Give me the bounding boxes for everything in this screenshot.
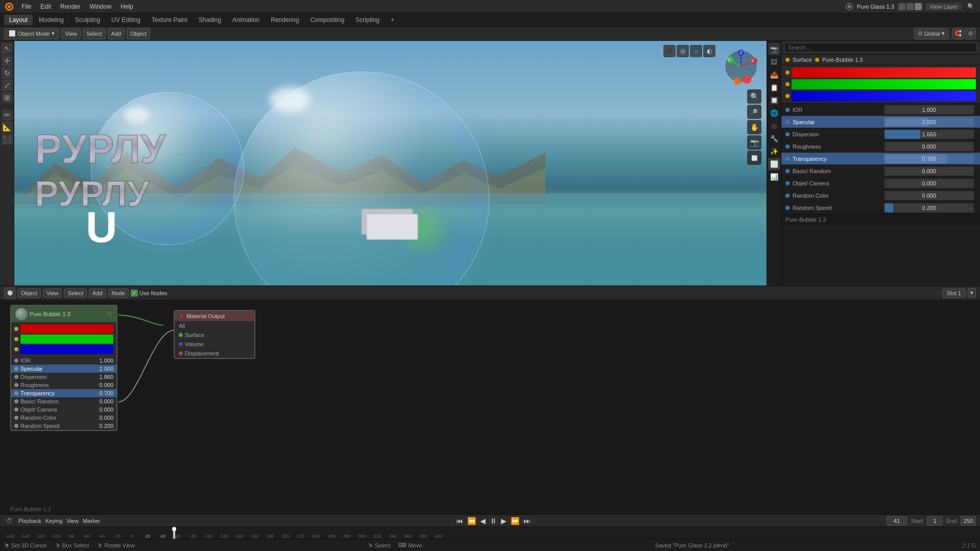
node-basic-random-row[interactable]: Basic/ Random 0.000 (11, 397, 116, 405)
tab-scripting[interactable]: Scripting (350, 15, 385, 25)
tab-uv-editing[interactable]: UV Editing (106, 15, 146, 25)
move-tool[interactable]: ✛ (2, 55, 13, 66)
basic-random-row[interactable]: Basic/ Random 0.000 (781, 165, 980, 177)
add-menu[interactable]: Add (108, 28, 125, 39)
objet-camera-bar[interactable]: 0.000 (885, 179, 974, 188)
roughness-row[interactable]: Roughness 0.000 (781, 140, 980, 153)
tab-add[interactable]: + (386, 15, 399, 25)
rotate-tool[interactable]: ↻ (2, 67, 13, 79)
current-frame-input[interactable]: 41 (887, 516, 907, 525)
minimize-btn[interactable] (898, 3, 905, 10)
pure-bubble-node[interactable]: Pure-Bubble 1.3 🛡 (10, 305, 117, 431)
tab-layout[interactable]: Layout (4, 15, 33, 25)
node-add-btn[interactable]: Add (89, 289, 106, 298)
jump-start-btn[interactable]: ⏮ (456, 517, 463, 525)
scene-properties-icon[interactable]: 📷 (768, 43, 780, 55)
timeline-view-menu[interactable]: View (66, 518, 79, 524)
random-color-bar[interactable]: 0.000 (885, 191, 974, 200)
scene-prop-icon[interactable]: 🔲 (768, 94, 780, 106)
basic-random-bar[interactable]: 0.000 (885, 166, 974, 176)
node-objet-camera-row[interactable]: Objet/ Camera 0.000 (11, 405, 116, 414)
view-menu[interactable]: View (61, 28, 81, 39)
annotate-tool[interactable]: ✏ (2, 109, 13, 121)
play-btn[interactable]: ▶ (501, 517, 507, 525)
jump-end-btn[interactable]: ⏭ (523, 517, 531, 525)
transform-origin[interactable]: ⊙ Global ▾ (914, 28, 948, 39)
node-dispersion-row[interactable]: Dispersion 1.860 (11, 373, 116, 381)
node-editor-type[interactable]: ⬢ (4, 288, 15, 299)
random-speed-row[interactable]: Random Speed 0.200 (781, 202, 980, 214)
play-reverse-btn[interactable]: ◀ (480, 517, 486, 525)
world-prop-icon[interactable]: 🌐 (768, 107, 780, 119)
transparency-row[interactable]: Transparency 0.700 (781, 153, 980, 165)
node-random-color-row[interactable]: Random Color 0.000 (11, 414, 116, 422)
step-forward-btn[interactable]: ⏩ (511, 517, 519, 525)
ortho-btn[interactable]: ⬜ (747, 151, 761, 165)
cursor-tool[interactable]: ↖ (2, 43, 13, 54)
timeline-ruler[interactable]: -160 -140 -120 -100 -80 -60 -40 -20 0 20… (0, 527, 980, 539)
zoom-out-btn[interactable]: 🔎 (747, 105, 761, 119)
marker-menu[interactable]: Marker (83, 518, 100, 524)
objet-camera-row[interactable]: Objet/ Camera 0.000 (781, 177, 980, 189)
viewport-gizmo[interactable]: X Y Z (721, 46, 761, 87)
specular-row[interactable]: Specular 2.000 (781, 116, 980, 128)
menu-render[interactable]: Render (56, 2, 84, 11)
menu-help[interactable]: Help (116, 2, 137, 11)
tab-rendering[interactable]: Rendering (266, 15, 304, 25)
object-prop-icon[interactable]: ◎ (768, 119, 780, 132)
object-menu[interactable]: Object (127, 28, 150, 39)
dispersion-bar[interactable]: 1.660 (885, 130, 974, 139)
tab-texture-paint[interactable]: Texture Paint (147, 15, 193, 25)
viewport-overlay-btn[interactable]: ◎ (677, 45, 689, 57)
node-roughness-row[interactable]: Roughness 0.000 (11, 381, 116, 389)
ior-bar[interactable]: 1.000 (885, 105, 974, 114)
random-color-row[interactable]: Random Color 0.000 (781, 189, 980, 202)
node-specular-row[interactable]: Specular 2.000 (11, 365, 116, 373)
use-nodes-toggle[interactable]: ✓ Use Nodes (131, 290, 167, 297)
ior-row[interactable]: IOR 1.000 (781, 104, 980, 116)
node-view-menu[interactable]: Object (17, 289, 41, 298)
render-properties-icon[interactable]: 🖼 (768, 56, 780, 68)
tab-compositing[interactable]: Compositing (305, 15, 350, 25)
render-preview-btn[interactable]: ◐ (703, 45, 715, 57)
select-menu[interactable]: Select (83, 28, 106, 39)
node-transparency-row[interactable]: Transparency 0.700 (11, 389, 116, 397)
end-frame-input[interactable]: 250 (961, 516, 976, 525)
menu-file[interactable]: File (17, 2, 35, 11)
start-frame-input[interactable]: 1 (927, 516, 942, 525)
node-ior-row[interactable]: IOR 1.000 (11, 356, 116, 365)
stop-btn[interactable]: ⏸ (490, 517, 497, 525)
dispersion-row[interactable]: Dispersion 1.660 (781, 128, 980, 140)
menu-edit[interactable]: Edit (36, 2, 55, 11)
mode-selector[interactable]: ⬜ Object Mode ▾ (4, 28, 59, 39)
node-random-speed-row[interactable]: Random Speed 0.200 (11, 422, 116, 430)
node-blue-bar[interactable] (20, 345, 113, 354)
tab-shading[interactable]: Shading (194, 15, 226, 25)
slot-chevron[interactable]: ▾ (968, 288, 976, 298)
playback-menu[interactable]: Playback (18, 518, 41, 524)
material-output-node[interactable]: ▼ Material Output All Surface Volume (174, 310, 255, 359)
data-prop-icon[interactable]: 📊 (768, 171, 780, 183)
measure-tool[interactable]: 📐 (2, 122, 13, 133)
blue-color-bar[interactable] (792, 91, 976, 101)
tab-sculpting[interactable]: Sculpting (70, 15, 105, 25)
node-view-btn[interactable]: View (43, 289, 62, 298)
step-back-btn[interactable]: ⏪ (467, 517, 476, 525)
node-editor-area[interactable]: Pure-Bubble 1.3 🛡 (0, 300, 980, 514)
node-node-btn[interactable]: Node (108, 289, 129, 298)
viewport-shading-btn[interactable]: ⬛ (663, 45, 676, 57)
add-cube-tool[interactable]: ⬛ (2, 134, 13, 145)
output-properties-icon[interactable]: 📤 (768, 68, 780, 81)
material-prop-icon[interactable]: ⬜ (768, 158, 780, 170)
particles-prop-icon[interactable]: ✨ (768, 145, 780, 157)
search-icon[interactable]: 🔍 (966, 2, 976, 12)
viewport-3d[interactable]: РУРЛУ РУРЛУ U X (14, 41, 767, 285)
transparency-bar[interactable]: 0.700 (885, 154, 974, 163)
random-speed-bar[interactable]: 0.200 (885, 203, 974, 212)
scale-tool[interactable]: ⤢ (2, 80, 13, 91)
zoom-in-btn[interactable]: 🔍 (747, 89, 761, 104)
modifier-prop-icon[interactable]: 🔧 (768, 132, 780, 145)
material-preview-btn[interactable]: ○ (690, 45, 702, 57)
snap-btn[interactable]: 🧲 (952, 28, 964, 39)
tab-modeling[interactable]: Modeling (34, 15, 69, 25)
